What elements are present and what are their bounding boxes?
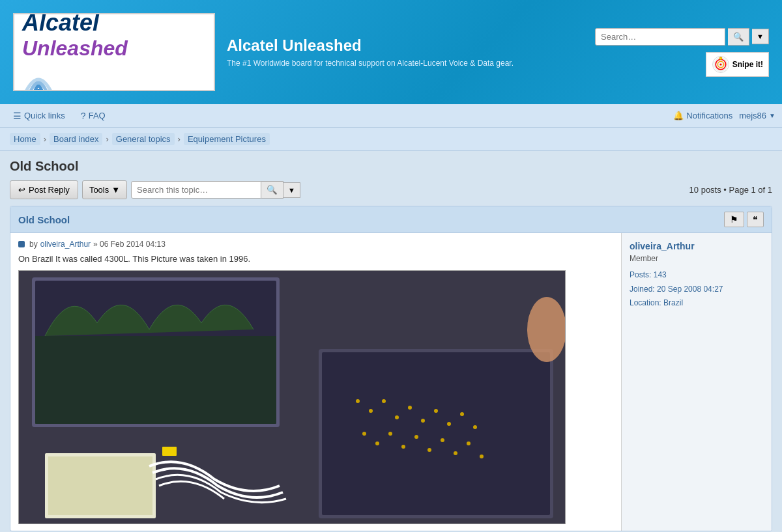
location-value: Brazil — [663, 298, 683, 307]
notifications-nav[interactable]: 🔔 Notifications — [673, 111, 732, 120]
post-by-label: by — [29, 240, 38, 249]
post-indicator-icon — [18, 241, 25, 247]
svg-point-25 — [447, 422, 451, 426]
post-date: » 06 Feb 2014 04:13 — [93, 240, 166, 249]
svg-point-35 — [454, 451, 457, 455]
post-image-svg — [19, 271, 566, 524]
snipe-icon — [712, 55, 730, 74]
quick-links-nav[interactable]: ☰ Quick links — [7, 107, 72, 125]
faq-label: FAQ — [89, 111, 106, 120]
svg-point-7 — [719, 57, 721, 59]
sidebar-username[interactable]: oliveira_Arthur — [630, 241, 764, 251]
topic-search: 🔍 ▼ — [131, 181, 300, 199]
svg-point-5 — [719, 63, 721, 65]
breadcrumb-current[interactable]: Equipement Pictures — [184, 133, 270, 145]
sidebar-role: Member — [630, 254, 764, 263]
sidebar-posts-row: Posts: 143 — [630, 268, 764, 283]
breadcrumb-general-topics[interactable]: General topics — [112, 133, 175, 145]
post-sidebar: oliveira_Arthur Member Posts: 143 Joined… — [622, 233, 772, 531]
user-dropdown-icon: ▼ — [769, 112, 775, 119]
svg-point-27 — [473, 425, 477, 429]
svg-point-34 — [441, 438, 444, 442]
breadcrumb-sep-3: › — [178, 134, 181, 144]
logo-text-unleashed: Unleashed — [22, 36, 128, 61]
navbar-left: ☰ Quick links ? FAQ — [7, 107, 112, 125]
header-search-input[interactable] — [595, 28, 725, 46]
svg-rect-17 — [322, 352, 550, 515]
svg-point-29 — [375, 441, 379, 445]
svg-point-21 — [395, 415, 399, 419]
username-nav-label: mejs86 — [739, 111, 766, 120]
svg-rect-40 — [35, 336, 276, 424]
svg-point-20 — [382, 399, 386, 403]
svg-point-23 — [421, 419, 425, 423]
svg-point-18 — [356, 399, 360, 403]
svg-point-26 — [460, 412, 464, 416]
quick-links-icon: ☰ — [13, 111, 22, 121]
tools-dropdown-icon: ▼ — [111, 185, 120, 195]
site-title-block: Alcatel Unleashed The #1 Worldwide board… — [227, 36, 514, 68]
topic-toolbar: ↩ Post Reply Tools ▼ 🔍 ▼ 10 posts • Page… — [10, 180, 772, 199]
logo-text-alcatel: Alcatel — [22, 13, 99, 36]
breadcrumb-board-index[interactable]: Board index — [50, 133, 102, 145]
toolbar-left: ↩ Post Reply Tools ▼ 🔍 ▼ — [10, 180, 300, 199]
svg-point-28 — [362, 432, 366, 436]
post-meta: by oliveira_Arthur » 06 Feb 2014 04:13 — [18, 240, 613, 249]
posts-value: 143 — [654, 270, 667, 279]
svg-point-24 — [434, 409, 438, 413]
posts-page-info: 10 posts • Page 1 of 1 — [689, 185, 772, 195]
sidebar-stats: Posts: 143 Joined: 20 Sep 2008 04:27 Loc… — [630, 268, 764, 311]
page-title: Old School — [10, 159, 772, 174]
breadcrumb: Home › Board index › General topics › Eq… — [0, 128, 782, 151]
svg-point-32 — [414, 435, 418, 439]
topic-search-button[interactable]: 🔍 — [261, 181, 283, 199]
post-reply-button[interactable]: ↩ Post Reply — [10, 180, 78, 199]
quote-button[interactable]: ❝ — [747, 212, 764, 227]
post-text: On Brazil It was called 4300L. This Pict… — [18, 254, 613, 264]
logo-signal-icon — [22, 63, 55, 92]
header-right: 🔍 ▼ Snipe it! — [595, 28, 769, 77]
report-button[interactable]: ⚑ — [724, 212, 744, 227]
snipe-badge[interactable]: Snipe it! — [706, 52, 769, 77]
breadcrumb-sep-1: › — [44, 134, 46, 144]
post-reply-icon: ↩ — [18, 185, 25, 195]
svg-point-37 — [480, 455, 484, 458]
svg-point-31 — [401, 445, 405, 449]
topic-search-advanced-button[interactable]: ▼ — [283, 182, 300, 198]
navbar-right: 🔔 Notifications mejs86 ▼ — [673, 111, 775, 120]
location-label: Location: — [630, 298, 661, 307]
user-nav[interactable]: mejs86 ▼ — [739, 111, 775, 120]
tools-label: Tools — [89, 185, 109, 195]
post-image — [18, 270, 566, 524]
header-search: 🔍 ▼ — [595, 28, 769, 46]
svg-point-36 — [467, 441, 471, 445]
header-search-button[interactable]: 🔍 — [728, 28, 749, 46]
site-header: Alcatel Unleashed Alcatel Unleashed The … — [0, 0, 782, 104]
post-body: by oliveira_Arthur » 06 Feb 2014 04:13 O… — [10, 233, 772, 531]
post-actions: ⚑ ❝ — [724, 212, 764, 227]
header-search-advanced-button[interactable]: ▼ — [752, 29, 769, 44]
toolbar-right: 10 posts • Page 1 of 1 — [689, 185, 772, 195]
joined-value: 20 Sep 2008 04:27 — [657, 285, 723, 294]
svg-rect-13 — [162, 447, 177, 456]
svg-point-19 — [369, 409, 373, 413]
post-header: Old School ⚑ ❝ — [10, 206, 772, 233]
post-content: by oliveira_Arthur » 06 Feb 2014 04:13 O… — [10, 233, 622, 531]
faq-nav[interactable]: ? FAQ — [74, 107, 112, 125]
post-title: Old School — [18, 214, 70, 225]
tools-button[interactable]: Tools ▼ — [82, 180, 127, 199]
svg-point-30 — [388, 432, 392, 436]
post-author-link[interactable]: oliveira_Arthur — [40, 240, 91, 249]
svg-point-38 — [527, 297, 566, 362]
site-logo: Alcatel Unleashed — [13, 13, 215, 91]
bell-icon: 🔔 — [673, 111, 684, 120]
post-reply-label: Post Reply — [29, 185, 70, 195]
header-left: Alcatel Unleashed Alcatel Unleashed The … — [13, 13, 514, 91]
svg-point-33 — [427, 448, 431, 452]
breadcrumb-sep-2: › — [106, 134, 108, 144]
site-name: Alcatel Unleashed — [227, 36, 514, 55]
topic-search-input[interactable] — [131, 181, 261, 199]
breadcrumb-home[interactable]: Home — [10, 133, 40, 145]
sidebar-location-row: Location: Brazil — [630, 296, 764, 311]
main-content: Old School ↩ Post Reply Tools ▼ 🔍 ▼ 10 p… — [0, 151, 782, 532]
